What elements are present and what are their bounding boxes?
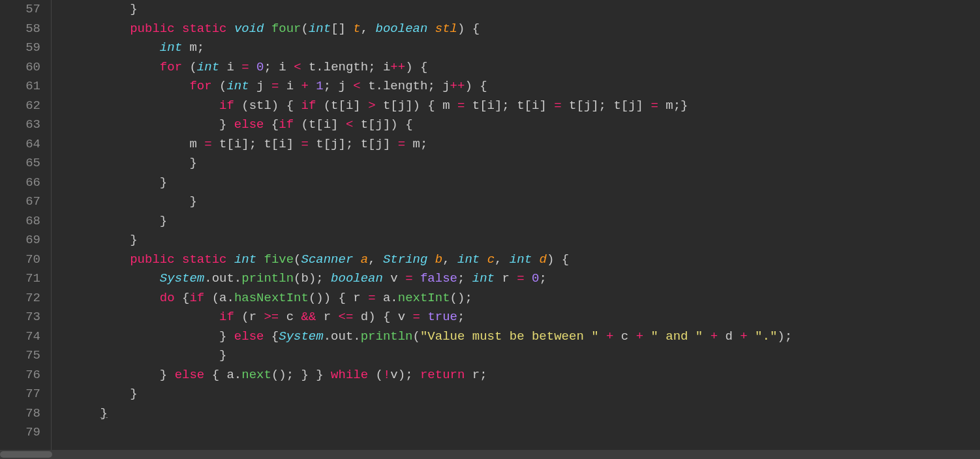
- code-line[interactable]: } else { a.next(); } } while (!v); retur…: [70, 366, 980, 385]
- line-number: 73: [0, 308, 40, 327]
- code-editor[interactable]: 5758596061626364656667686970717273747576…: [0, 0, 980, 459]
- line-number: 74: [0, 327, 40, 347]
- line-number-gutter: 5758596061626364656667686970717273747576…: [0, 0, 51, 459]
- code-line[interactable]: public static int five(Scanner a, String…: [70, 250, 980, 270]
- code-line[interactable]: if (stl) { if (t[i] > t[j]) { m = t[i]; …: [70, 96, 980, 116]
- line-number: 60: [0, 58, 40, 78]
- code-line[interactable]: m = t[i]; t[i] = t[j]; t[j] = m;: [70, 135, 980, 155]
- line-number: 65: [0, 154, 40, 173]
- line-number: 62: [0, 96, 40, 116]
- code-line[interactable]: }: [70, 404, 980, 424]
- code-line[interactable]: [70, 423, 980, 443]
- code-line[interactable]: }: [70, 192, 980, 212]
- horizontal-scrollbar-track[interactable]: [0, 450, 980, 459]
- line-number: 72: [0, 289, 40, 308]
- gutter-divider: [51, 0, 70, 459]
- line-number: 75: [0, 346, 40, 366]
- code-line[interactable]: } else {System.out.println("Value must b…: [70, 327, 980, 347]
- code-line[interactable]: }: [70, 212, 980, 231]
- code-line[interactable]: System.out.println(b); boolean v = false…: [70, 269, 980, 289]
- line-number: 68: [0, 212, 40, 231]
- line-number: 78: [0, 404, 40, 424]
- code-area[interactable]: } public static void four(int[] t, boole…: [70, 0, 980, 459]
- code-line[interactable]: public static void four(int[] t, boolean…: [70, 20, 980, 39]
- line-number: 79: [0, 423, 40, 443]
- line-number: 59: [0, 38, 40, 58]
- code-line[interactable]: }: [70, 154, 980, 173]
- code-line[interactable]: for (int i = 0; i < t.length; i++) {: [70, 58, 980, 78]
- line-number: 71: [0, 269, 40, 289]
- line-number: 63: [0, 115, 40, 135]
- code-line[interactable]: }: [70, 346, 980, 366]
- line-number: 70: [0, 250, 40, 270]
- line-number: 69: [0, 231, 40, 250]
- code-line[interactable]: int m;: [70, 38, 980, 58]
- code-line[interactable]: } else {if (t[i] < t[j]) {: [70, 115, 980, 135]
- line-number: 77: [0, 385, 40, 404]
- line-number: 58: [0, 20, 40, 39]
- line-number: 66: [0, 173, 40, 193]
- code-line[interactable]: if (r >= c && r <= d) { v = true;: [70, 308, 980, 327]
- line-number: 61: [0, 77, 40, 96]
- code-line[interactable]: do {if (a.hasNextInt()) { r = a.nextInt(…: [70, 289, 980, 308]
- line-number: 64: [0, 135, 40, 155]
- code-line[interactable]: }: [70, 173, 980, 193]
- code-line[interactable]: for (int j = i + 1; j < t.length; j++) {: [70, 77, 980, 96]
- code-line[interactable]: }: [70, 231, 980, 250]
- line-number: 67: [0, 192, 40, 212]
- line-number: 57: [0, 0, 40, 20]
- line-number: 76: [0, 366, 40, 385]
- code-line[interactable]: }: [70, 385, 980, 404]
- code-line[interactable]: }: [70, 0, 980, 20]
- horizontal-scrollbar-thumb[interactable]: [0, 451, 52, 458]
